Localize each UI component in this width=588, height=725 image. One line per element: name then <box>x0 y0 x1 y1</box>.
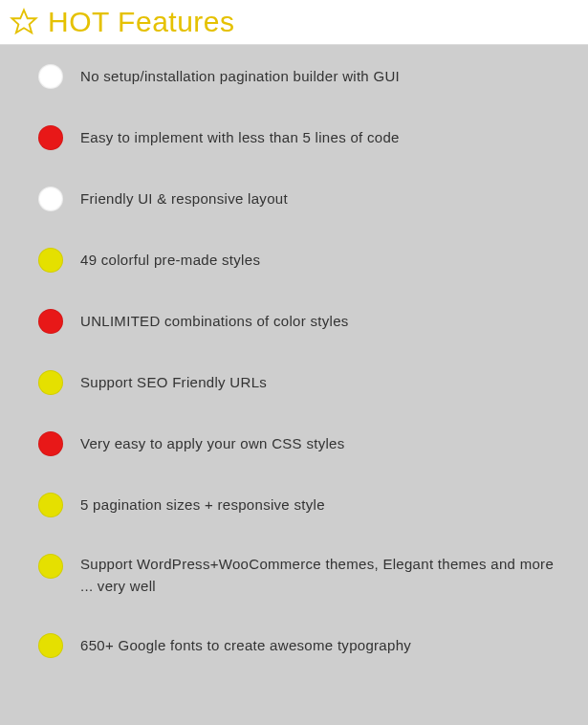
bullet-icon <box>38 64 63 89</box>
feature-text: Support SEO Friendly URLs <box>80 372 267 394</box>
bullet-icon <box>38 309 63 334</box>
header-title: HOT Features <box>48 6 235 38</box>
list-item: Support WordPress+WooCommerce themes, El… <box>23 554 565 597</box>
list-item: Very easy to apply your own CSS styles <box>23 431 565 456</box>
bullet-icon <box>38 554 63 579</box>
feature-text: Friendly UI & responsive layout <box>80 188 288 210</box>
bullet-icon <box>38 187 63 211</box>
feature-text: No setup/installation pagination builder… <box>80 66 400 88</box>
bullet-icon <box>38 125 63 150</box>
feature-text: 5 pagination sizes + responsive style <box>80 494 325 516</box>
list-item: Friendly UI & responsive layout <box>23 187 565 211</box>
list-item: No setup/installation pagination builder… <box>23 64 565 89</box>
header: HOT Features <box>0 0 588 45</box>
list-item: 650+ Google fonts to create awesome typo… <box>23 633 565 658</box>
feature-text: Very easy to apply your own CSS styles <box>80 433 345 455</box>
list-item: Easy to implement with less than 5 lines… <box>23 125 565 150</box>
feature-text: Support WordPress+WooCommerce themes, El… <box>80 554 565 597</box>
svg-marker-0 <box>12 11 36 33</box>
list-item: 49 colorful pre-made styles <box>23 248 565 273</box>
bullet-icon <box>38 493 63 517</box>
feature-text: Easy to implement with less than 5 lines… <box>80 127 400 149</box>
bullet-icon <box>38 248 63 273</box>
list-item: Support SEO Friendly URLs <box>23 370 565 395</box>
list-item: 5 pagination sizes + responsive style <box>23 493 565 517</box>
list-item: UNLIMITED combinations of color styles <box>23 309 565 334</box>
star-icon <box>10 8 38 36</box>
bullet-icon <box>38 370 63 395</box>
feature-list: No setup/installation pagination builder… <box>0 45 588 714</box>
feature-text: UNLIMITED combinations of color styles <box>80 311 349 333</box>
bullet-icon <box>38 431 63 456</box>
feature-text: 49 colorful pre-made styles <box>80 250 260 272</box>
bullet-icon <box>38 633 63 658</box>
feature-text: 650+ Google fonts to create awesome typo… <box>80 635 411 657</box>
